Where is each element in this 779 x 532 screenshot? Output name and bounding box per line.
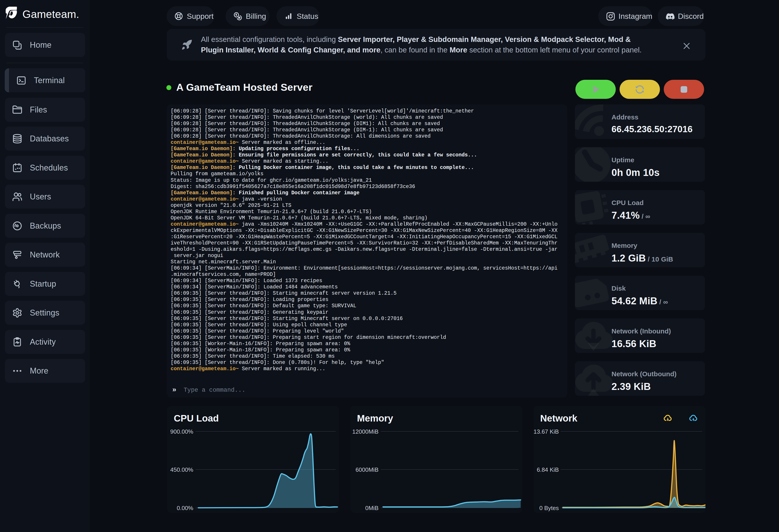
svg-text:900.00%: 900.00%: [170, 428, 193, 435]
svg-text:6.84 KiB: 6.84 KiB: [537, 466, 559, 473]
svg-text:0.00%: 0.00%: [177, 505, 193, 511]
svg-text:450.00%: 450.00%: [170, 466, 193, 473]
svg-text:6000MiB: 6000MiB: [355, 466, 378, 473]
svg-text:0 Bytes: 0 Bytes: [539, 505, 559, 511]
svg-text:12000MiB: 12000MiB: [352, 428, 378, 435]
svg-text:13.67 KiB: 13.67 KiB: [533, 428, 559, 435]
svg-text:0MiB: 0MiB: [365, 505, 378, 511]
